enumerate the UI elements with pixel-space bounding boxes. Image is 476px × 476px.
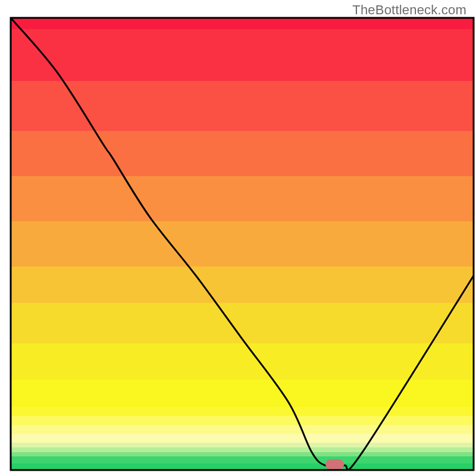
chart-container: TheBottleneck.com — [0, 0, 476, 476]
plot-background — [11, 18, 474, 470]
watermark-text: TheBottleneck.com — [352, 2, 466, 18]
marker-pill — [325, 459, 344, 470]
bottleneck-chart — [0, 0, 476, 476]
